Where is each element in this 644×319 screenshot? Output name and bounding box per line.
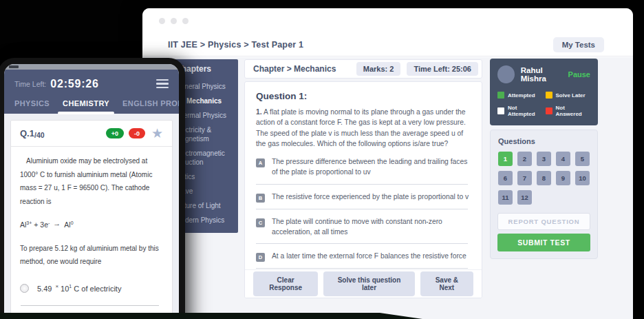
question-text: 1. A flat plate is moving normal to its … [256,107,471,150]
question-tile-4[interactable]: 4 [556,152,570,166]
phone-overlay: Time Left: 02:59:26 PHYSICSCHEMISTRYENGL… [0,58,185,319]
positive-marks-badge: +0 [106,128,124,138]
answer-option-c[interactable]: CThe plate will continue to move with co… [256,217,471,238]
question-tile-6[interactable]: 6 [498,171,513,185]
questions-title: Questions [498,137,590,145]
mobile-option-1[interactable]: 5.49×101 C of electricity [20,281,163,296]
phone-status-bar [4,64,179,70]
question-tile-12[interactable]: 12 [517,190,532,205]
legend-label: Solve Later [556,92,586,99]
radio-button[interactable] [20,284,29,293]
option-letter-badge: B [256,194,265,203]
question-area: Chapter > Mechanics Marks: 2 Time Left: … [244,59,482,298]
negative-marks-badge: -0 [129,128,145,138]
legend-swatch [497,107,504,114]
tab-chemistry[interactable]: CHEMISTRY [63,99,109,114]
answer-option-d[interactable]: DAt a later time the external force F ba… [256,251,471,262]
submit-test-button[interactable]: SUBMIT TEST [497,234,590,251]
bookmark-star-icon[interactable]: ★ [151,127,163,140]
question-footer: Clear Response Solve this question later… [245,269,482,298]
question-tile-8[interactable]: 8 [537,171,551,185]
test-status-panel: Rahul Mishra Pause AttemptedSolve LaterN… [490,59,598,259]
phone-screen: Time Left: 02:59:26 PHYSICSCHEMISTRYENGL… [4,64,179,319]
questions-navigator: Questions 123456789101112 REPORT QUESTIO… [490,130,598,259]
cathode-reaction-formula: Al3+ + 3e-→Al0 [20,218,163,232]
legend-swatch [497,92,504,99]
legend-item-solve-later: Solve Later [546,92,591,99]
question-number-grid: 123456789101112 [498,152,590,205]
option-text: The pressure difference between the lead… [272,157,471,178]
legend-label: Not Attempted [508,105,543,117]
answer-option-b[interactable]: BThe resistive force experienced by the … [256,192,471,203]
user-name: Rahul Mishra [521,66,568,83]
question-card: Question 1: 1. A flat plate is moving no… [244,81,482,298]
composite-screenshot: IIT JEE > Physics > Test Paper 1 My Test… [0,0,644,319]
question-tile-3[interactable]: 3 [537,152,551,166]
marks-badge: Marks: 2 [356,62,401,76]
question-tile-7[interactable]: 7 [517,171,532,185]
window-control-dot[interactable] [182,18,189,24]
option-letter-badge: A [256,158,265,167]
tab-english-proficiency[interactable]: ENGLISH PROFICIENCY [122,99,179,114]
legend-item-attempted: Attempted [497,92,543,99]
answer-option-a[interactable]: AThe pressure difference between the lea… [256,157,471,178]
avatar [497,65,515,83]
divider [256,243,468,244]
mobile-time-left-label: Time Left: [14,80,46,88]
arrow-icon: → [53,216,61,231]
page-content: Chapters General PhysicsMechanicsThermal… [142,57,633,319]
option-text: The resistive force experienced by the p… [272,192,469,203]
report-question-button[interactable]: REPORT QUESTION [497,213,590,230]
legend-swatch [546,92,552,99]
question-body-text: A flat plate is moving normal to its pla… [256,108,466,147]
question-tile-1[interactable]: 1 [498,152,513,166]
question-tile-5[interactable]: 5 [575,152,590,166]
mobile-option-label: 5.49×101 C of electricity [37,281,121,296]
menu-icon[interactable] [156,77,169,90]
status-legend: AttemptedSolve LaterNot AttemptedNot Ans… [497,92,590,117]
divider [21,305,159,306]
question-tile-10[interactable]: 10 [575,171,590,185]
mobile-question-text-2: To prepare 5.12 kg of aluminium metal by… [20,242,163,269]
subject-tabs: PHYSICSCHEMISTRYENGLISH PROFICIENCY [14,99,169,114]
legend-label: Not Answered [556,105,591,117]
question-counter: Q.1/40 [20,128,45,138]
mobile-timer: 02:59:26 [50,78,98,90]
legend-item-not-attempted: Not Attempted [497,105,543,117]
question-area-header: Chapter > Mechanics Marks: 2 Time Left: … [244,59,482,79]
legend-item-not-answered: Not Answered [546,105,591,117]
breadcrumb[interactable]: IIT JEE > Physics > Test Paper 1 [168,40,303,50]
option-letter-badge: D [256,253,265,262]
legend-label: Attempted [508,92,535,99]
option-letter-badge: C [256,218,265,227]
save-next-button[interactable]: Save & Next [420,271,473,296]
tab-physics[interactable]: PHYSICS [14,99,50,114]
mobile-question-card: Q.1/40 +0 -0 ★ Aluminium oxide may be el… [10,120,173,319]
mobile-header: Time Left: 02:59:26 PHYSICSCHEMISTRYENGL… [4,70,179,114]
window-control-dot[interactable] [159,18,165,24]
mobile-question-body: Aluminium oxide may be electrolysed at 1… [11,147,172,319]
legend-swatch [546,107,552,114]
question-tile-9[interactable]: 9 [556,171,570,185]
question-tile-2[interactable]: 2 [517,152,532,166]
option-text: At a later time the external force F bal… [272,251,466,262]
browser-titlebar [142,8,633,34]
app-header: IIT JEE > Physics > Test Paper 1 My Test… [142,34,633,56]
clear-response-button[interactable]: Clear Response [253,271,318,296]
question-tile-11[interactable]: 11 [498,190,513,205]
mobile-question-text: Aluminium oxide may be electrolysed at 1… [20,154,163,208]
divider [256,209,468,209]
solve-later-button[interactable]: Solve this question later [323,271,414,296]
mobile-body: Q.1/40 +0 -0 ★ Aluminium oxide may be el… [4,114,179,319]
my-tests-button[interactable]: My Tests [553,37,604,52]
question-number: 1. [256,108,262,116]
window-control-dot[interactable] [171,18,177,24]
option-text: The plate will continue to move with con… [272,217,471,238]
chapter-breadcrumb: Chapter > Mechanics [253,64,336,74]
divider [256,184,468,185]
time-left-badge: Time Left: 25:06 [407,62,478,76]
pause-button[interactable]: Pause [568,70,590,79]
user-card: Rahul Mishra Pause AttemptedSolve LaterN… [490,59,598,125]
question-title: Question 1: [256,91,471,101]
desk-shadow [0,313,422,319]
